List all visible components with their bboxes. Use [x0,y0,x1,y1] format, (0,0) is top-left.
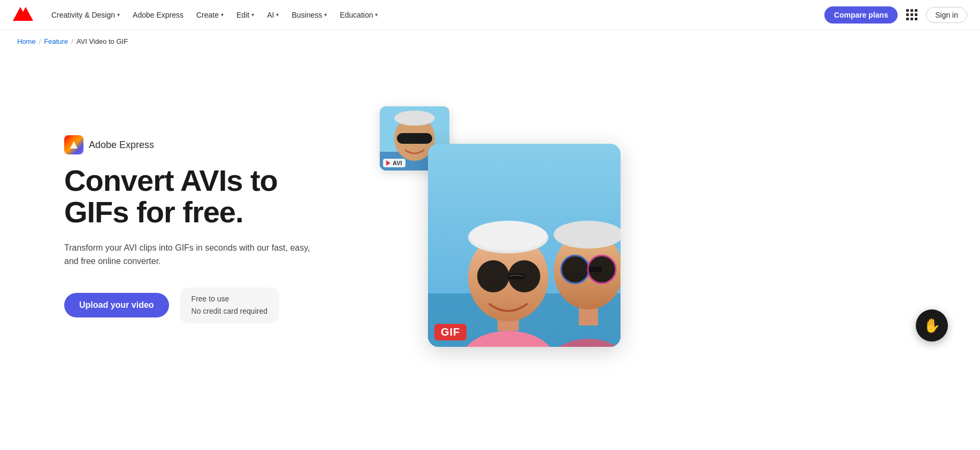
breadcrumb-feature[interactable]: Feature [44,37,68,45]
magic-cursor-button[interactable]: ✋ [916,309,948,342]
chevron-down-icon: ▾ [276,12,279,18]
hero-brand: Adobe Express [64,135,321,154]
hero-content: Adobe Express Convert AVIs to GIFs for f… [64,135,342,323]
nav-business[interactable]: Business ▾ [286,7,332,22]
nav-right: Compare plans Sign in [824,6,967,24]
chevron-down-icon: ▾ [375,12,378,18]
breadcrumb: Home / Feature / AVI Video to GIF [0,30,980,53]
compare-plans-button[interactable]: Compare plans [824,6,898,24]
hero-images: AVI [374,101,937,358]
nav-education[interactable]: Education ▾ [334,7,383,22]
svg-point-14 [470,221,547,251]
svg-rect-7 [397,133,432,144]
svg-marker-2 [70,141,78,149]
svg-point-6 [394,111,435,126]
hero-actions: Upload your video Free to use No credit … [64,288,321,323]
breadcrumb-home[interactable]: Home [17,37,36,45]
svg-point-22 [561,255,589,283]
adobe-logo[interactable] [13,7,33,23]
nav-adobe-express[interactable]: Adobe Express [127,7,189,22]
brand-name-label: Adobe Express [89,139,154,151]
chevron-down-icon: ▾ [117,12,120,18]
nav-edit[interactable]: Edit ▾ [231,7,259,22]
svg-point-15 [477,260,509,292]
hero-section: Adobe Express Convert AVIs to GIFs for f… [0,53,980,416]
free-badge: Free to use No credit card required [180,288,279,323]
gif-label: GIF [434,324,466,340]
upload-video-button[interactable]: Upload your video [64,293,169,317]
breadcrumb-sep-2: / [71,37,73,45]
play-icon [386,160,391,166]
navbar: Creativity & Design ▾ Adobe Express Crea… [0,0,980,30]
gif-main-card: GIF [428,144,621,347]
nav-ai[interactable]: AI ▾ [262,7,284,22]
breadcrumb-current: AVI Video to GIF [76,37,128,45]
nav-links: Creativity & Design ▾ Adobe Express Crea… [46,7,824,22]
chevron-down-icon: ▾ [324,12,327,18]
breadcrumb-sep-1: / [39,37,41,45]
hero-subtext: Transform your AVI clips into GIFs in se… [64,241,321,268]
adobe-express-icon [64,135,83,154]
apps-grid-icon[interactable] [906,9,917,20]
hero-heading: Convert AVIs to GIFs for free. [64,165,321,228]
svg-rect-24 [589,267,602,272]
avi-label: AVI [383,159,405,167]
chevron-down-icon: ▾ [251,12,254,18]
nav-creativity-design[interactable]: Creativity & Design ▾ [46,7,125,22]
nav-create[interactable]: Create ▾ [191,7,229,22]
chevron-down-icon: ▾ [221,12,224,18]
free-line-1: Free to use [192,294,267,305]
svg-point-21 [554,221,621,249]
magic-cursor-icon: ✋ [923,317,940,334]
gif-card-image: GIF [428,144,621,347]
sign-in-button[interactable]: Sign in [926,7,967,23]
free-line-2: No credit card required [192,306,267,317]
